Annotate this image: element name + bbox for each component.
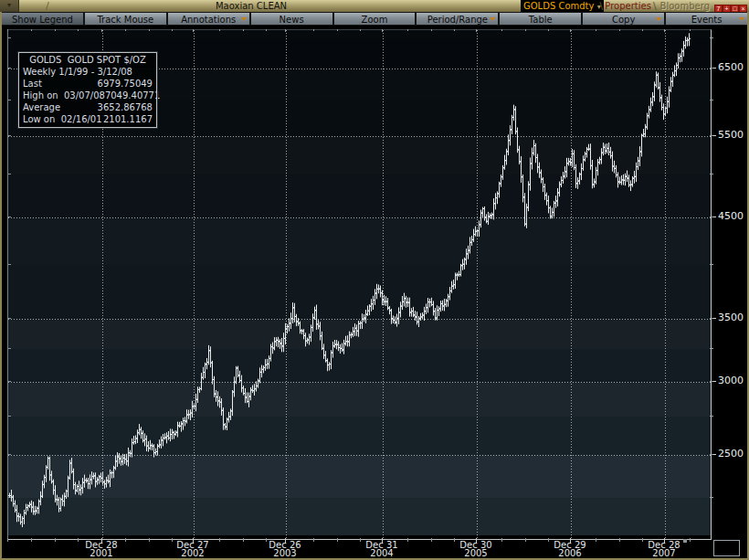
menu-button-track-mouse[interactable]: Track Mouse <box>85 13 166 25</box>
dropdown-arrow-icon <box>241 17 247 21</box>
menu-button-zoom[interactable]: Zoom <box>334 13 416 25</box>
chart-area: 650055004500350030002500Dec 282001Dec 27… <box>0 26 749 560</box>
legend-title: GOLDS GOLD SPOT $/OZ <box>23 54 153 66</box>
legend-last-label: Last <box>23 78 42 90</box>
menu-button-events[interactable]: Events <box>666 13 747 25</box>
ticker-button[interactable]: GOLDS Comdty ▾ <box>521 0 604 12</box>
legend-low-label: Low on 02/16/01 <box>23 113 102 125</box>
legend-avg-value: 3652.86768 <box>98 101 153 113</box>
menu-button-period-range[interactable]: Period/Range <box>417 13 498 25</box>
last-bar-axis-marker <box>683 539 687 543</box>
dropdown-arrow-icon <box>490 17 495 21</box>
window-menu-button[interactable]: ▾ <box>0 0 19 12</box>
separator: \ <box>600 0 604 12</box>
titlebar-slash: / <box>46 0 49 12</box>
title-bar: ▾ / Maoxian CLEAN GOLDS Comdty ▾ \ Prope… <box>0 0 749 12</box>
ticker-label: GOLDS Comdty <box>523 1 594 11</box>
bloomberg-logo: Bloomberg <box>660 1 710 11</box>
dropdown-arrow-icon <box>739 17 744 21</box>
window-title: Maoxian CLEAN <box>187 1 315 11</box>
legend-period: Weekly 1/1/99 - 3/12/08 <box>23 66 153 78</box>
separator: \ <box>653 0 657 12</box>
menu-button-table[interactable]: Table <box>500 13 581 25</box>
legend-low-value: 2101.1167 <box>103 113 153 125</box>
legend-avg-label: Average <box>23 101 60 113</box>
legend-high-value: 7049.40771 <box>105 90 160 101</box>
chart-legend: GOLDS GOLD SPOT $/OZ Weekly 1/1/99 - 3/1… <box>18 52 157 128</box>
menu-button-annotations[interactable]: Annotations <box>168 13 249 25</box>
menu-button-copy[interactable]: Copy <box>583 13 664 25</box>
axis-corner-box <box>713 540 740 556</box>
menu-button-show-legend[interactable]: Show Legend <box>2 13 83 25</box>
menu-button-news[interactable]: News <box>251 13 332 25</box>
bloomberg-chart-window: ▾ / Maoxian CLEAN GOLDS Comdty ▾ \ Prope… <box>0 0 749 560</box>
dropdown-arrow-icon <box>656 17 661 21</box>
chart-toolbar: Show LegendTrack MouseAnnotationsNewsZoo… <box>0 12 749 26</box>
properties-button[interactable]: Properties <box>605 0 651 12</box>
legend-last-value: 6979.75049 <box>98 78 153 90</box>
legend-high-label: High on 03/07/08 <box>23 90 105 101</box>
